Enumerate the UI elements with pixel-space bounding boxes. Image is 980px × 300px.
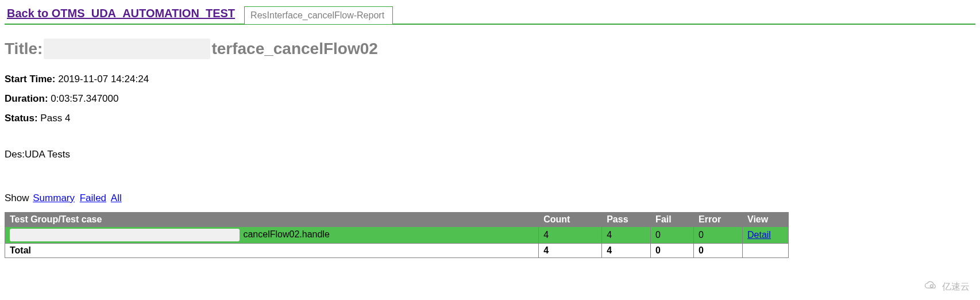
meta-block: Start Time: 2019-11-07 14:24:24 Duration… [5, 70, 975, 128]
th-error: Error [694, 213, 743, 227]
description: Des:UDA Tests [5, 149, 975, 160]
start-time-label: Start Time: [5, 74, 56, 84]
th-view: View [743, 213, 789, 227]
footer-name: Total [5, 244, 539, 258]
footer-error: 0 [694, 244, 743, 258]
cell-name-suffix: cancelFlow02.handle [243, 229, 329, 239]
start-time-value: 2019-11-07 14:24:24 [58, 74, 149, 84]
title-prefix: Title: [5, 40, 43, 58]
status-value: Pass 4 [40, 113, 70, 124]
th-count: Count [539, 213, 602, 227]
results-table: Test Group/Test case Count Pass Fail Err… [5, 212, 789, 258]
cell-view: Detail [743, 227, 789, 244]
footer-fail: 0 [651, 244, 694, 258]
cell-error: 0 [694, 227, 743, 244]
title-suffix: terface_cancelFlow02 [211, 40, 378, 58]
table-row: cancelFlow02.handle 4 4 0 0 Detail [5, 227, 789, 244]
detail-link[interactable]: Detail [747, 230, 771, 240]
cell-fail: 0 [651, 227, 694, 244]
filter-summary-link[interactable]: Summary [33, 193, 75, 203]
filter-row: Show Summary Failed All [5, 193, 975, 204]
table-footer-row: Total 4 4 0 0 [5, 244, 789, 258]
table-header-row: Test Group/Test case Count Pass Fail Err… [5, 213, 789, 227]
cell-pass: 4 [602, 227, 651, 244]
cell-name: cancelFlow02.handle [5, 227, 539, 244]
back-link[interactable]: Back to OTMS_UDA_AUTOMATION_TEST [5, 5, 238, 24]
status-label: Status: [5, 113, 38, 124]
duration-value: 0:03:57.347000 [51, 93, 118, 104]
show-label: Show [5, 193, 29, 203]
filter-all-link[interactable]: All [111, 193, 122, 203]
redacted-title-segment [44, 39, 210, 59]
footer-pass: 4 [602, 244, 651, 258]
th-pass: Pass [602, 213, 651, 227]
duration-label: Duration: [5, 93, 48, 104]
redacted-row-segment [10, 229, 240, 241]
meta-duration: Duration: 0:03:57.347000 [5, 89, 975, 109]
header-row: Back to OTMS_UDA_AUTOMATION_TEST ResInte… [5, 5, 975, 25]
page-title: Title: terface_cancelFlow02 [5, 39, 975, 59]
meta-status: Status: Pass 4 [5, 109, 975, 128]
th-name: Test Group/Test case [5, 213, 539, 227]
footer-count: 4 [539, 244, 602, 258]
report-tab[interactable]: ResInterface_cancelFlow-Report [244, 6, 393, 24]
footer-view [743, 244, 789, 258]
th-fail: Fail [651, 213, 694, 227]
cell-count: 4 [539, 227, 602, 244]
meta-start-time: Start Time: 2019-11-07 14:24:24 [5, 70, 975, 89]
filter-failed-link[interactable]: Failed [80, 193, 106, 203]
